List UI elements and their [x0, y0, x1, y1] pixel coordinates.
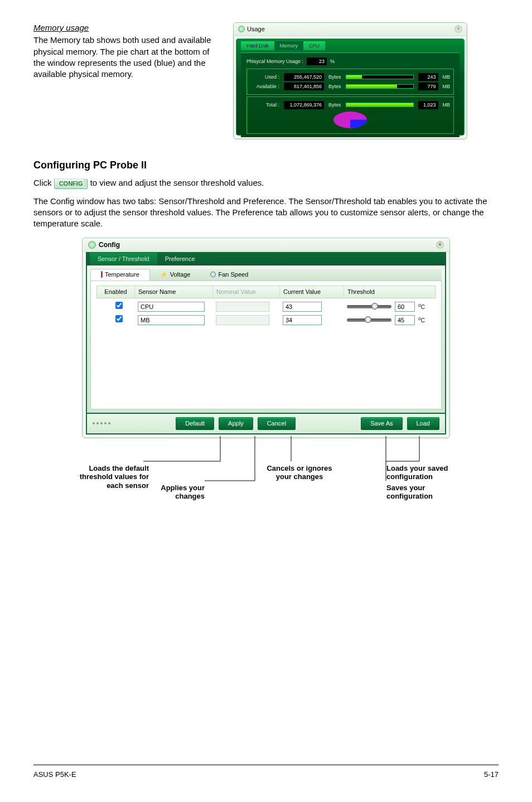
callouts: Loads the default threshold values for e…	[82, 443, 450, 510]
threshold-value-cpu[interactable]	[395, 302, 415, 312]
current-cpu	[283, 302, 322, 312]
subtab-voltage[interactable]: ⚡ Voltage	[150, 269, 201, 281]
threshold-slider-mb[interactable]	[347, 318, 391, 322]
click-text-b: to view and adjust the sensor threshold …	[90, 178, 264, 187]
callout-load: Loads your saved configuration	[386, 464, 470, 481]
usage-window: Usage × Hard Disk Memory CPU Phisycal Me…	[233, 22, 467, 139]
callout-cancel: Cancels or ignores your changes	[266, 464, 333, 481]
row-used-mb: 243	[418, 73, 438, 81]
subtab-fanspeed[interactable]: Fan Speed	[200, 269, 258, 281]
subtab-temperature-label: Temperature	[105, 270, 139, 279]
row-avail-mb: 779	[418, 83, 438, 90]
row-used-mb-unit: MB	[443, 74, 451, 80]
memory-pie-chart	[333, 112, 367, 131]
th-sensor: Sensor Name	[135, 286, 213, 298]
config-icon	[88, 241, 96, 249]
apply-button[interactable]: Apply	[219, 417, 253, 430]
sensor-name-cpu[interactable]	[138, 302, 205, 312]
click-text-a: Click	[33, 178, 54, 187]
usage-pct-suffix: %	[330, 58, 335, 65]
callout-apply: Applies your changes	[149, 484, 205, 501]
current-mb	[283, 315, 322, 325]
unit-deg-mb: oC	[418, 316, 425, 325]
cancel-button[interactable]: Cancel	[258, 417, 296, 430]
footer-left: ASUS P5K-E	[33, 770, 76, 780]
tab-sensor-threshold[interactable]: Sensor / Threshold	[90, 253, 157, 265]
row-used-bytes-unit: Bytes	[328, 74, 341, 80]
fan-icon	[210, 272, 216, 277]
threshold-slider-cpu[interactable]	[347, 305, 391, 308]
enabled-checkbox-cpu[interactable]	[115, 302, 123, 309]
th-current: Current Value	[280, 286, 344, 298]
load-button[interactable]: Load	[407, 417, 439, 430]
row-avail-bytes: 817,401,856	[284, 83, 324, 90]
close-icon[interactable]: ×	[436, 241, 444, 249]
close-icon[interactable]: ×	[454, 25, 462, 33]
row-total-bytes-unit: Bytes	[328, 102, 341, 108]
row-avail-mb-unit: MB	[443, 83, 451, 90]
subtab-voltage-label: Voltage	[170, 270, 191, 279]
table-row: oC	[96, 312, 436, 325]
config-window: Config × Sensor / Threshold Preference T…	[82, 238, 450, 438]
saveas-button[interactable]: Save As	[361, 417, 402, 430]
subtab-temperature[interactable]: Temperature	[90, 269, 150, 281]
thermometer-icon	[101, 271, 103, 278]
enabled-checkbox-mb[interactable]	[115, 315, 123, 322]
resize-grip	[234, 138, 467, 139]
memory-heading: Memory usage	[33, 22, 223, 33]
th-threshold: Threshold	[344, 286, 435, 298]
config-title: Config	[99, 240, 120, 249]
usage-icon	[238, 26, 245, 32]
usage-label: Phisycal Memory Usage :	[246, 58, 303, 65]
unit-deg-cpu: oC	[418, 302, 425, 311]
nominal-cpu	[216, 302, 269, 312]
table-row: oC	[96, 298, 436, 312]
row-avail-bytes-unit: Bytes	[328, 83, 341, 90]
memory-desc: The Memory tab shows both used and avail…	[33, 35, 223, 80]
callout-saveas: Saves your configuration	[386, 484, 470, 501]
usage-percent: 23	[307, 57, 327, 65]
row-used-label: Used :	[250, 74, 279, 80]
para-2: The Config window has two tabs: Sensor/T…	[33, 196, 499, 230]
tab-preference[interactable]: Preference	[157, 253, 203, 265]
row-total-mb: 1,023	[418, 101, 438, 109]
usage-title: Usage	[247, 25, 265, 33]
th-enabled: Enabled	[97, 286, 135, 298]
nominal-mb	[216, 315, 269, 325]
row-total-bar	[346, 103, 414, 107]
section-title: Configuring PC Probe II	[33, 158, 499, 172]
row-used-bar	[346, 75, 414, 79]
resize-grip	[93, 422, 110, 424]
threshold-value-mb[interactable]	[395, 315, 415, 325]
footer-right: 5-17	[484, 770, 499, 780]
bolt-icon: ⚡	[160, 270, 168, 279]
tab-cpu[interactable]: CPU	[303, 41, 325, 50]
tab-memory[interactable]: Memory	[274, 41, 304, 50]
subtab-fanspeed-label: Fan Speed	[218, 270, 248, 279]
th-nominal: Nominal Value	[213, 286, 280, 298]
row-total-label: Total :	[250, 102, 279, 108]
row-avail-label: Available :	[250, 83, 279, 90]
row-avail-bar	[346, 84, 414, 89]
row-used-bytes: 255,467,520	[284, 73, 324, 81]
default-button[interactable]: Default	[176, 417, 214, 430]
tab-harddisk[interactable]: Hard Disk	[241, 41, 274, 50]
row-total-bytes: 1,072,869,376	[284, 101, 324, 109]
row-total-mb-unit: MB	[443, 102, 451, 108]
sensor-name-mb[interactable]	[138, 315, 205, 325]
config-button-inline[interactable]: CONFIG	[54, 178, 88, 189]
callout-default: Loads the default threshold values for e…	[65, 464, 149, 490]
